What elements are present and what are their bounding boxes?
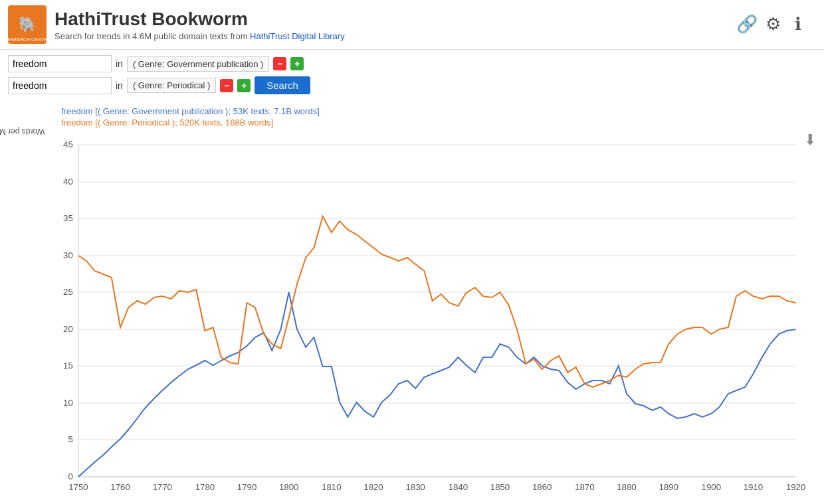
genre-label-1: ( Genre: Government publication ) xyxy=(127,56,270,72)
controls-area: in ( Genre: Government publication ) − +… xyxy=(0,50,824,100)
search-button[interactable]: Search xyxy=(255,76,310,94)
svg-text:45: 45 xyxy=(63,139,73,149)
hathitrust-link[interactable]: HathiTrust Digital Library xyxy=(250,31,345,41)
add-query-2-button[interactable]: + xyxy=(237,79,251,92)
chart-wrapper: Words per Million .grid-line { stroke: #… xyxy=(8,131,816,503)
search-input-1[interactable] xyxy=(8,55,112,72)
remove-query-1-button[interactable]: − xyxy=(273,57,286,70)
in-label-2: in xyxy=(116,80,123,91)
svg-text:30: 30 xyxy=(63,250,73,260)
query-row-2: in ( Genre: Periodical ) − + Search xyxy=(8,76,816,94)
query-row-1: in ( Genre: Government publication ) − + xyxy=(8,55,816,72)
legend-item-1: freedom [( Genre: Government publication… xyxy=(61,106,816,116)
svg-text:1900: 1900 xyxy=(702,482,721,492)
top-icons: 🔗 ⚙ ℹ xyxy=(736,14,816,35)
main-chart-svg: .grid-line { stroke: #e0e0e0; stroke-wid… xyxy=(45,131,809,503)
svg-text:20: 20 xyxy=(63,324,73,334)
app-subtitle: Search for trends in 4.6M public domain … xyxy=(54,31,345,41)
svg-text:35: 35 xyxy=(63,213,73,223)
svg-text:15: 15 xyxy=(63,361,73,371)
add-query-1-button[interactable]: + xyxy=(290,57,304,70)
svg-text:1870: 1870 xyxy=(575,482,594,492)
svg-text:1800: 1800 xyxy=(279,482,298,492)
svg-text:1920: 1920 xyxy=(786,482,805,492)
svg-text:1850: 1850 xyxy=(490,482,510,492)
svg-text:1880: 1880 xyxy=(617,482,636,492)
logo-icon: 🐘 RESEARCH CENTER xyxy=(8,5,47,44)
remove-query-2-button[interactable]: − xyxy=(220,79,233,92)
genre-label-2: ( Genre: Periodical ) xyxy=(127,78,216,93)
chart-area: freedom [( Genre: Government publication… xyxy=(0,100,824,504)
search-input-2[interactable] xyxy=(8,77,112,94)
svg-text:1840: 1840 xyxy=(449,482,468,492)
blue-line xyxy=(78,292,796,477)
svg-text:1910: 1910 xyxy=(744,482,763,492)
svg-text:🐘: 🐘 xyxy=(19,15,37,33)
svg-text:1810: 1810 xyxy=(322,482,341,492)
chain-icon[interactable]: 🔗 xyxy=(736,14,758,35)
svg-text:1770: 1770 xyxy=(153,482,172,492)
title-area: HathiTrust Bookworm Search for trends in… xyxy=(54,9,345,41)
svg-text:1760: 1760 xyxy=(110,482,130,492)
svg-text:10: 10 xyxy=(63,398,73,408)
svg-text:1780: 1780 xyxy=(195,482,215,492)
legend-item-2: freedom [( Genre: Periodical ); 520K tex… xyxy=(61,118,816,127)
svg-text:1790: 1790 xyxy=(237,482,257,492)
svg-text:1750: 1750 xyxy=(68,482,88,492)
app-title: HathiTrust Bookworm xyxy=(54,9,345,30)
svg-text:0: 0 xyxy=(68,471,72,481)
gear-icon[interactable]: ⚙ xyxy=(766,14,787,35)
svg-text:1860: 1860 xyxy=(532,482,552,492)
svg-text:1890: 1890 xyxy=(659,482,678,492)
chart-legend: freedom [( Genre: Government publication… xyxy=(8,106,816,127)
svg-text:RESEARCH CENTER: RESEARCH CENTER xyxy=(8,37,47,42)
info-icon[interactable]: ℹ xyxy=(795,14,816,35)
svg-text:5: 5 xyxy=(68,434,72,444)
in-label-1: in xyxy=(116,58,123,69)
svg-text:1820: 1820 xyxy=(363,482,383,492)
svg-text:40: 40 xyxy=(63,177,73,187)
download-icon[interactable]: ⬇ xyxy=(804,131,816,149)
svg-text:1830: 1830 xyxy=(405,482,425,492)
orange-line xyxy=(78,216,796,387)
svg-text:25: 25 xyxy=(63,287,73,297)
